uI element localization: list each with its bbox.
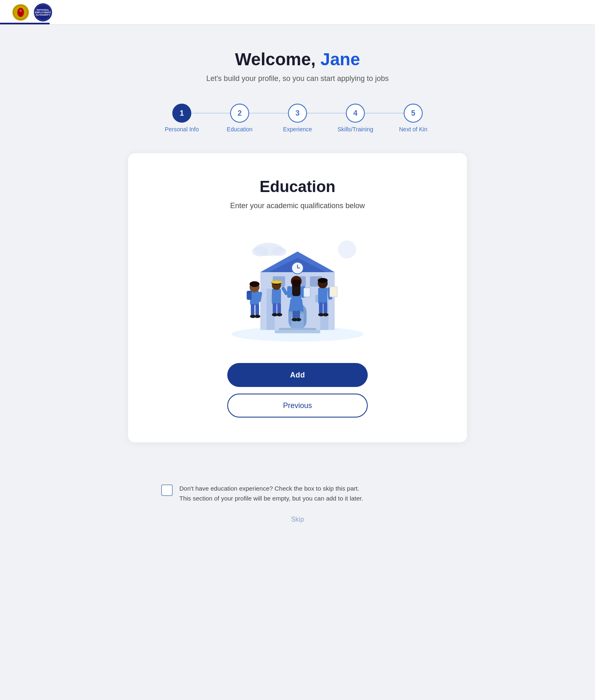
step-5: 5 Next of Kin [384,104,442,133]
svg-rect-31 [275,330,320,333]
nea-logo: NATIONAL EMPLOYMENT AUTHORITY [34,3,52,21]
welcome-section: Welcome, Jane Let's build your profile, … [206,50,389,104]
skip-checkbox-section: Don't have education experience? Check t… [128,484,467,503]
step-label-4: Skills/Training [338,126,374,133]
step-circle-4: 4 [346,104,365,123]
svg-rect-58 [293,311,296,319]
svg-rect-42 [272,289,281,304]
step-circle-1: 1 [172,104,191,123]
progress-bar [0,23,50,24]
svg-rect-48 [277,303,281,314]
svg-rect-68 [324,302,327,314]
skip-checkbox-text: Don't have education experience? Check t… [179,484,363,503]
welcome-subtitle: Let's build your profile, so you can sta… [206,74,389,83]
welcome-prefix: Welcome, [235,50,321,69]
step-2: 2 Education [211,104,269,133]
svg-point-50 [276,313,282,316]
svg-point-45 [271,280,282,284]
step-label-1: Personal Info [165,126,199,133]
svg-rect-36 [251,304,255,316]
svg-rect-57 [304,288,310,297]
svg-point-3 [19,9,22,12]
svg-marker-52 [289,299,304,311]
step-3: 3 Experience [269,104,326,133]
svg-rect-47 [273,303,276,314]
svg-rect-54 [292,280,300,296]
step-label-2: Education [227,126,252,133]
svg-point-11 [252,247,269,256]
stepper: 1 Personal Info 2 Education 3 Experience… [153,104,442,133]
page-header: NATIONAL EMPLOYMENT AUTHORITY [0,0,595,25]
welcome-title: Welcome, Jane [206,50,389,69]
education-card: Education Enter your academic qualificat… [128,153,467,442]
main-content: Welcome, Jane Let's build your profile, … [0,25,595,556]
step-1: 1 Personal Info [153,104,211,133]
svg-point-34 [250,281,259,287]
step-label-3: Experience [283,126,312,133]
svg-point-12 [271,247,286,256]
svg-rect-62 [318,287,327,304]
skip-checkbox[interactable] [161,484,173,496]
education-illustration [227,227,368,342]
svg-point-61 [295,318,301,321]
skip-link[interactable]: Skip [291,516,304,523]
step-circle-3: 3 [288,104,307,123]
welcome-name: Jane [321,50,360,69]
card-subtitle: Enter your academic qualifications below [230,202,365,210]
svg-text:AUTHORITY: AUTHORITY [36,14,50,16]
svg-rect-37 [255,304,259,316]
svg-rect-59 [296,311,300,319]
skip-text-line1: Don't have education experience? Check t… [179,485,359,492]
kenya-emblem-logo [12,4,29,21]
logos-container: NATIONAL EMPLOYMENT AUTHORITY [12,3,52,21]
svg-rect-66 [330,287,337,297]
add-button[interactable]: Add [227,363,368,387]
skip-text-line2: This section of your profile will be emp… [179,495,363,502]
step-4: 4 Skills/Training [326,104,384,133]
step-label-5: Next of Kin [399,126,427,133]
svg-point-64 [318,278,328,283]
svg-rect-55 [287,286,291,298]
step-circle-2: 2 [230,104,249,123]
card-title: Education [259,178,336,196]
svg-point-70 [323,313,328,316]
svg-point-39 [255,315,260,318]
previous-button[interactable]: Previous [227,394,368,418]
svg-point-9 [338,240,356,259]
step-circle-5: 5 [404,104,423,123]
svg-rect-40 [247,291,252,300]
svg-rect-67 [319,302,323,314]
